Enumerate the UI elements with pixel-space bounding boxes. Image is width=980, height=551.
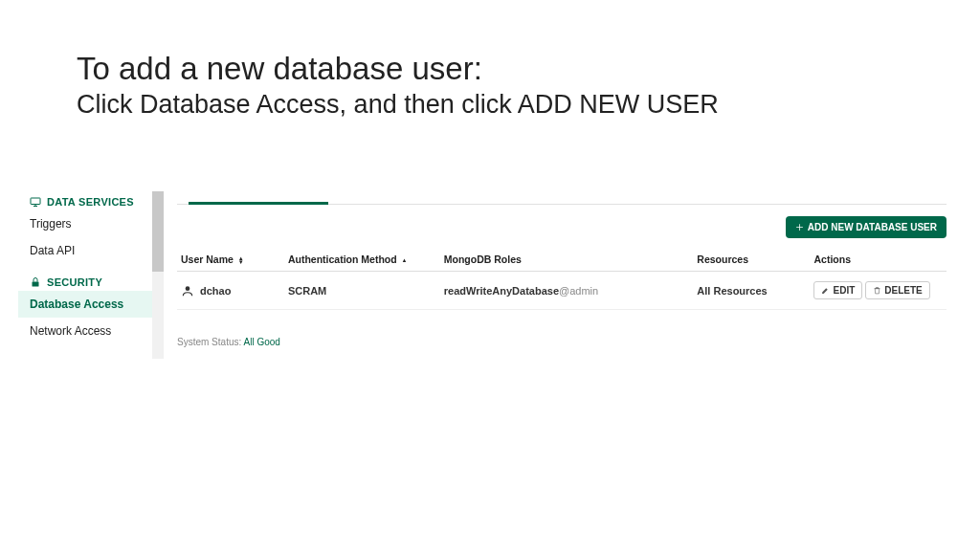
sidebar: DATA SERVICES Triggers Data API SECURITY…	[18, 191, 164, 359]
col-actions: Actions	[810, 248, 947, 272]
tabs-row	[177, 191, 947, 205]
add-user-button-label: ADD NEW DATABASE USER	[808, 222, 937, 232]
sidebar-item-data-api[interactable]: Data API	[18, 237, 164, 264]
resources-cell: All Resources	[693, 272, 810, 310]
col-auth-method[interactable]: Authentication Method ▲	[284, 248, 440, 272]
role-name: readWriteAnyDatabase	[444, 285, 559, 297]
app-screenshot: DATA SERVICES Triggers Data API SECURITY…	[18, 191, 960, 359]
col-roles: MongoDB Roles	[440, 248, 694, 272]
edit-button[interactable]: EDIT	[813, 281, 862, 299]
col-user-name[interactable]: User Name ▲▼	[177, 248, 284, 272]
sidebar-item-database-access[interactable]: Database Access	[18, 291, 164, 318]
delete-button[interactable]: DELETE	[865, 281, 929, 299]
user-cell: dchao	[181, 284, 280, 298]
slide-title: To add a new database user:	[77, 50, 719, 88]
actions-cell: EDIT DELETE	[810, 272, 947, 310]
roles-cell: readWriteAnyDatabase@admin	[440, 272, 694, 310]
svg-rect-1	[33, 282, 39, 287]
table-row: dchao SCRAM readWriteAnyDatabase@admin A…	[177, 272, 947, 310]
trash-icon	[873, 286, 881, 295]
plus-icon	[795, 223, 804, 231]
col-user-label: User Name	[181, 253, 234, 265]
system-status: System Status: All Good	[177, 337, 947, 347]
auth-method: SCRAM	[284, 272, 440, 310]
slide-subtitle: Click Database Access, and then click AD…	[77, 90, 719, 120]
main-panel: ADD NEW DATABASE USER User Name ▲▼ Authe…	[164, 191, 960, 359]
col-auth-label: Authentication Method	[288, 253, 397, 265]
sidebar-section-label: SECURITY	[47, 276, 102, 288]
user-name: dchao	[200, 285, 231, 297]
sort-icon: ▲▼	[238, 256, 244, 264]
status-label: System Status:	[177, 337, 241, 347]
sidebar-item-network-access[interactable]: Network Access	[18, 318, 164, 344]
delete-label: DELETE	[884, 285, 922, 296]
add-new-database-user-button[interactable]: ADD NEW DATABASE USER	[786, 216, 947, 238]
role-scope: @admin	[559, 285, 598, 297]
sidebar-section-label: DATA SERVICES	[47, 196, 134, 208]
sidebar-section-data-services: DATA SERVICES	[18, 193, 164, 210]
sidebar-item-triggers[interactable]: Triggers	[18, 210, 164, 237]
edit-label: EDIT	[833, 285, 855, 296]
sidebar-section-security: SECURITY	[18, 274, 164, 291]
tab-database-users[interactable]	[194, 200, 280, 204]
lock-icon	[30, 276, 41, 288]
pencil-icon	[821, 286, 830, 295]
svg-rect-0	[31, 198, 40, 205]
tab-custom-roles[interactable]	[309, 200, 376, 204]
status-value: All Good	[243, 337, 279, 347]
users-table: User Name ▲▼ Authentication Method ▲ Mon…	[177, 248, 947, 310]
user-icon	[181, 284, 194, 298]
sort-up-icon: ▲	[402, 258, 408, 262]
svg-point-2	[186, 286, 190, 291]
sidebar-scrollbar-thumb[interactable]	[152, 191, 164, 272]
col-resources: Resources	[693, 248, 810, 272]
monitor-icon	[30, 196, 41, 208]
